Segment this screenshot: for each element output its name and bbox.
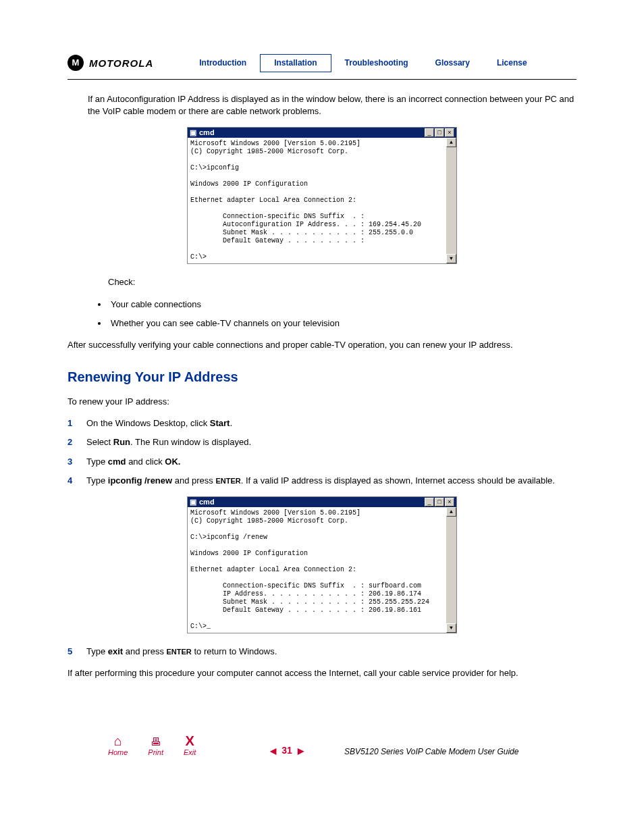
maximize-icon[interactable]: □ (435, 498, 444, 506)
steps-list-2: 5 Type exit and press ENTER to return to… (68, 646, 576, 658)
step-text: and click (126, 457, 165, 467)
top-nav: Introduction Installation Troubleshootin… (186, 54, 540, 72)
cmd-output: Microsoft Windows 2000 [Version 5.00.219… (188, 138, 446, 263)
step-bold: cmd (108, 457, 126, 467)
close-icon[interactable]: × (445, 128, 454, 137)
print-icon: 🖶 (151, 737, 161, 748)
next-page-icon[interactable]: ▶ (298, 746, 304, 757)
cmd-window-renew: ▣ cmd _ □ × Microsoft Windows 2000 [Vers… (187, 496, 457, 633)
step-number: 5 (68, 646, 86, 658)
cmd-icon: ▣ (190, 498, 196, 506)
close-icon[interactable]: × (445, 498, 454, 506)
step-bold: Start (210, 418, 230, 428)
step-text: Type (86, 475, 108, 486)
cmd-titlebar: ▣ cmd _ □ × (188, 497, 456, 507)
after-check-paragraph: After successfully verifying your cable … (68, 339, 576, 351)
closing-paragraph: If after performing this procedure your … (68, 667, 576, 679)
cmd-title-text: cmd (199, 498, 215, 506)
page-number: 31 (281, 744, 292, 758)
nav-license[interactable]: License (483, 55, 541, 72)
cmd-window-autoconfig: ▣ cmd _ □ × Microsoft Windows 2000 [Vers… (187, 127, 457, 264)
intro-paragraph: If an Autoconfiguration IP Address is di… (88, 93, 576, 118)
step-text: to return to Windows. (192, 646, 277, 656)
check-list: Your cable connections Whether you can s… (108, 298, 576, 330)
scroll-down-icon[interactable]: ▼ (446, 623, 456, 633)
step-bold: exit (108, 646, 123, 656)
step-number: 1 (68, 417, 86, 429)
nav-installation[interactable]: Installation (260, 54, 331, 72)
step-text: . The Run window is displayed. (130, 437, 251, 447)
exit-label: Exit (184, 748, 196, 758)
print-button[interactable]: 🖶 Print (148, 737, 163, 758)
scroll-up-icon[interactable]: ▲ (446, 507, 456, 517)
home-label: Home (108, 748, 128, 758)
step-5: 5 Type exit and press ENTER to return to… (68, 646, 576, 658)
step-bold: OK. (165, 457, 180, 467)
scroll-down-icon[interactable]: ▼ (446, 254, 456, 263)
step-text: and press (123, 646, 166, 656)
step-text: Type (86, 646, 108, 656)
step-3: 3 Type cmd and click OK. (68, 456, 576, 468)
cmd-titlebar: ▣ cmd _ □ × (188, 128, 456, 138)
step-1: 1 On the Windows Desktop, click Start. (68, 417, 576, 429)
guide-title: SBV5120 Series VoIP Cable Modem User Gui… (344, 746, 519, 758)
minimize-icon[interactable]: _ (425, 498, 434, 506)
step-bold: Run (113, 437, 130, 447)
brand-name: MOTOROLA (89, 56, 153, 70)
step-smallcaps: ENTER (167, 648, 192, 656)
step-number: 4 (68, 475, 86, 487)
step-text: . (230, 418, 232, 428)
cmd-output: Microsoft Windows 2000 [Version 5.00.219… (188, 507, 446, 633)
scrollbar[interactable]: ▲ ▼ (446, 138, 456, 263)
cmd-title-text: cmd (199, 128, 215, 137)
step-text: . If a valid IP address is displayed as … (241, 475, 555, 486)
steps-list: 1 On the Windows Desktop, click Start. 2… (68, 417, 576, 487)
home-icon: ⌂ (114, 734, 122, 748)
step-4: 4 Type ipconfig /renew and press ENTER. … (68, 475, 576, 487)
page-footer: ⌂ Home 🖶 Print X Exit ◀ 31 ▶ SBV5120 Ser… (68, 734, 576, 758)
maximize-icon[interactable]: □ (435, 128, 444, 137)
print-label: Print (148, 748, 163, 758)
step-2: 2 Select Run. The Run window is displaye… (68, 436, 576, 448)
exit-icon: X (185, 734, 194, 748)
page-header: M MOTOROLA Introduction Installation Tro… (68, 54, 576, 72)
step-text: Type (86, 457, 108, 467)
scrollbar[interactable]: ▲ ▼ (446, 507, 456, 633)
step-bold: ipconfig /renew (108, 475, 172, 486)
pager: ◀ 31 ▶ (270, 744, 304, 758)
prev-page-icon[interactable]: ◀ (270, 746, 276, 757)
header-rule (68, 79, 576, 80)
nav-glossary[interactable]: Glossary (422, 55, 483, 72)
step-text: and press (172, 475, 215, 486)
step-number: 2 (68, 436, 86, 448)
check-item-cables: Your cable connections (108, 298, 576, 311)
minimize-icon[interactable]: _ (425, 128, 434, 137)
check-label: Check: (108, 276, 576, 288)
step-text: Select (86, 437, 113, 447)
cmd-icon: ▣ (190, 128, 196, 137)
home-button[interactable]: ⌂ Home (108, 734, 128, 758)
nav-introduction[interactable]: Introduction (186, 55, 260, 72)
renew-intro: To renew your IP address: (68, 396, 576, 408)
nav-troubleshooting[interactable]: Troubleshooting (331, 55, 422, 72)
scroll-up-icon[interactable]: ▲ (446, 138, 456, 147)
check-item-tv: Whether you can see cable-TV channels on… (108, 317, 576, 330)
step-smallcaps: ENTER (215, 477, 240, 485)
step-text: On the Windows Desktop, click (86, 418, 210, 428)
step-number: 3 (68, 456, 86, 468)
section-heading-renew: Renewing Your IP Address (68, 367, 576, 386)
motorola-logo-icon: M (68, 55, 84, 71)
exit-button[interactable]: X Exit (184, 734, 196, 758)
